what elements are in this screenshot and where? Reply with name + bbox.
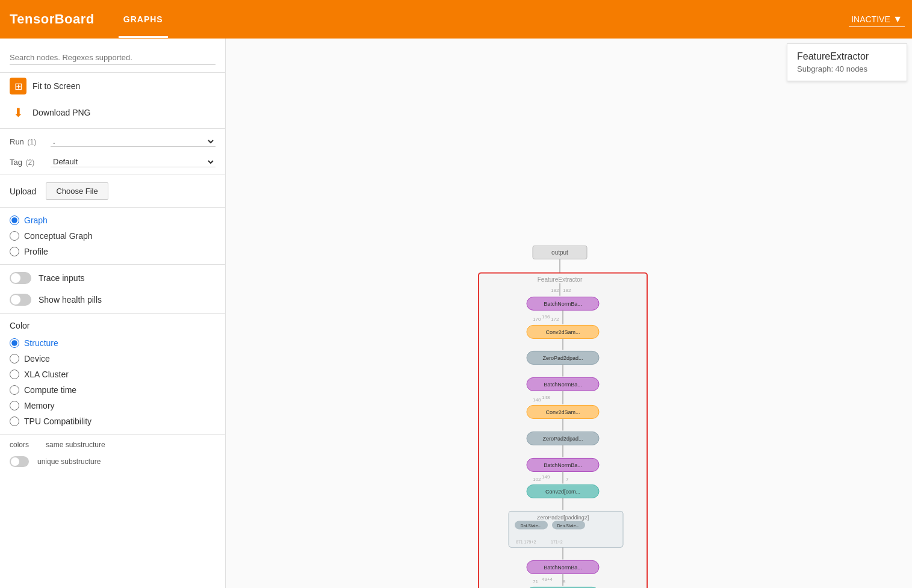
tag-row: Tag (2) Default [0, 152, 225, 172]
divider-6 [0, 434, 225, 435]
svg-text:FeatureExtractor: FeatureExtractor [538, 276, 583, 283]
upload-label: Upload [10, 187, 36, 196]
search-input[interactable] [10, 51, 216, 65]
svg-text:871  179+2: 871 179+2 [516, 540, 536, 544]
tag-selector[interactable]: Default [51, 156, 216, 167]
upload-row: Upload Choose File [0, 178, 225, 205]
divider-3 [0, 207, 225, 208]
run-row: Run (1) . [0, 131, 225, 152]
radio-profile[interactable]: Profile [10, 244, 216, 259]
same-substructure-label: same substructure [46, 441, 105, 449]
radio-conceptual[interactable]: Conceptual Graph [10, 228, 216, 244]
color-xla-label: XLA Cluster [24, 370, 69, 379]
run-selector-header[interactable]: INACTIVE [849, 12, 905, 27]
color-group: Structure Device XLA Cluster Compute tim… [0, 333, 225, 432]
main-layout: ⊞ Fit to Screen ⬇ Download PNG Run (1) .… [0, 39, 912, 588]
svg-text:BatchNormBa...: BatchNormBa... [544, 565, 582, 571]
show-health-pills-row: Show health pills [0, 289, 225, 311]
unique-slider [10, 456, 29, 467]
svg-text:170: 170 [533, 317, 541, 322]
color-memory-input[interactable] [10, 401, 19, 410]
color-xla[interactable]: XLA Cluster [10, 367, 216, 382]
color-device-input[interactable] [10, 354, 19, 364]
svg-text:Den.State...: Den.State... [557, 524, 580, 528]
svg-text:172: 172 [551, 317, 559, 322]
radio-graph-label: Graph [24, 215, 48, 225]
svg-text:149: 149 [542, 474, 550, 480]
color-section-label: Color [0, 316, 225, 333]
svg-text:BatchNormBa...: BatchNormBa... [544, 462, 582, 468]
radio-conceptual-input[interactable] [10, 231, 19, 241]
search-container [0, 46, 225, 73]
divider-4 [0, 264, 225, 265]
fit-to-screen-button[interactable]: ⊞ Fit to Screen [0, 73, 225, 99]
colors-same-row: colors same substructure [0, 437, 225, 453]
svg-text:BatchNormBa...: BatchNormBa... [544, 382, 582, 388]
show-health-pills-toggle[interactable] [10, 294, 31, 306]
svg-text:171+2: 171+2 [551, 540, 563, 544]
svg-text:196: 196 [542, 314, 550, 320]
trace-inputs-toggle[interactable] [10, 272, 31, 284]
download-png-button[interactable]: ⬇ Download PNG [0, 99, 225, 126]
colors-unique-row: unique substructure [0, 453, 225, 471]
svg-text:Conv2dSam...: Conv2dSam... [545, 409, 580, 415]
svg-text:8: 8 [563, 579, 566, 584]
color-structure-label: Structure [24, 338, 58, 348]
color-device-label: Device [24, 354, 50, 364]
info-subtitle: Subgraph: 40 nodes [797, 64, 897, 73]
color-compute-label: Compute time [24, 385, 76, 395]
graph-container[interactable]: output FeatureExtractor 182 182 BatchNor… [473, 243, 665, 588]
svg-text:Conv2d[com...: Conv2d[com... [545, 489, 580, 495]
colors-same-text: colors [10, 441, 40, 449]
fit-screen-icon: ⊞ [10, 78, 26, 94]
trace-inputs-label: Trace inputs [39, 273, 85, 283]
color-compute-input[interactable] [10, 385, 19, 395]
color-compute[interactable]: Compute time [10, 382, 216, 398]
radio-profile-input[interactable] [10, 247, 19, 256]
fit-to-screen-label: Fit to Screen [33, 81, 80, 91]
trace-inputs-slider [10, 272, 31, 284]
svg-text:102: 102 [533, 477, 541, 482]
svg-text:7: 7 [566, 477, 569, 482]
download-png-label: Download PNG [33, 108, 91, 117]
radio-graph[interactable]: Graph [10, 212, 216, 228]
svg-text:148: 148 [533, 397, 541, 403]
show-health-pills-label: Show health pills [39, 295, 102, 305]
svg-text:71: 71 [533, 579, 538, 584]
color-structure[interactable]: Structure [10, 335, 216, 351]
choose-file-button[interactable]: Choose File [46, 182, 108, 200]
app-logo: TensorBoard [10, 11, 95, 27]
radio-conceptual-label: Conceptual Graph [24, 231, 93, 241]
nav-graphs[interactable]: GRAPHS [119, 2, 168, 38]
download-icon: ⬇ [10, 104, 26, 121]
color-tpu[interactable]: TPU Compatibility [10, 413, 216, 429]
main-content: FeatureExtractor Subgraph: 40 nodes outp… [226, 39, 912, 588]
graph-svg: output FeatureExtractor 182 182 BatchNor… [473, 243, 665, 588]
radio-profile-label: Profile [24, 247, 48, 256]
info-title: FeatureExtractor [797, 51, 897, 62]
svg-text:49+4: 49+4 [542, 577, 553, 582]
color-tpu-label: TPU Compatibility [24, 416, 92, 426]
svg-text:182: 182 [551, 288, 559, 293]
graph-mode-group: Graph Conceptual Graph Profile [0, 210, 225, 262]
color-tpu-input[interactable] [10, 416, 19, 426]
radio-graph-input[interactable] [10, 215, 19, 225]
divider-5 [0, 313, 225, 314]
svg-text:BatchNormBa...: BatchNormBa... [544, 301, 582, 307]
run-label: Run (1) [10, 137, 46, 146]
color-xla-input[interactable] [10, 370, 19, 379]
color-structure-input[interactable] [10, 338, 19, 348]
run-selector[interactable]: . [51, 136, 216, 147]
svg-text:148: 148 [542, 395, 550, 400]
app-header: TensorBoard GRAPHS INACTIVE ▼ [0, 0, 912, 39]
color-memory-label: Memory [24, 401, 55, 410]
trace-inputs-row: Trace inputs [0, 267, 225, 289]
unique-toggle [10, 456, 29, 467]
color-device[interactable]: Device [10, 351, 216, 367]
svg-text:Dat.State...: Dat.State... [520, 524, 541, 528]
svg-text:Conv2dSam...: Conv2dSam... [545, 329, 580, 335]
color-memory[interactable]: Memory [10, 398, 216, 413]
svg-text:ZeroPad2dpad...: ZeroPad2dpad... [542, 355, 583, 361]
svg-text:output: output [551, 249, 568, 256]
unique-substructure-label: unique substructure [37, 457, 101, 466]
